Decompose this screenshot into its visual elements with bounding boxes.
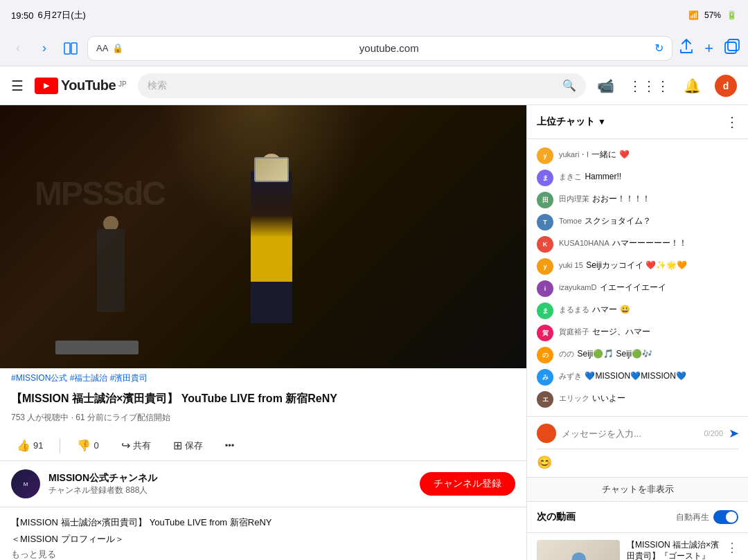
msg-text: Seijiカッコイイ ❤️✨🌟🧡 — [586, 260, 687, 270]
chat-more-button[interactable]: ⋮ — [725, 114, 739, 130]
chat-message: K KUSA10HANA ハマーーーーー！！ — [527, 233, 748, 255]
msg-text: ハマー 😀 — [592, 305, 630, 314]
chat-input-avatar — [537, 424, 556, 443]
channel-info: MISSION公式チャンネル チャンネル登録者数 888人 — [48, 472, 411, 496]
next-video-item-1[interactable]: 👤 5:42 【MISSION 福士誠治×濱田貴司】『ゴースト』Music Vi… — [527, 533, 748, 560]
search-placeholder: 検索 — [148, 80, 557, 92]
emoji-button[interactable]: 😊 — [537, 455, 552, 470]
chat-messages: y yukari・l 一緒に ❤️ ま まきこ Hammer!! 田 田内理茉 … — [527, 139, 748, 416]
msg-username: izayukamD — [559, 283, 596, 291]
chat-message-input[interactable] — [562, 428, 698, 439]
account-avatar[interactable]: d — [715, 75, 737, 97]
msg-text: Hammer!! — [585, 172, 621, 181]
time: 19:50 — [11, 10, 34, 21]
video-background: MPSSdC — [0, 105, 526, 368]
notifications-button[interactable]: 🔔 — [684, 78, 701, 94]
msg-avatar: y — [537, 147, 553, 164]
yt-logo: YouTube JP — [35, 78, 127, 94]
channel-avatar[interactable]: M — [11, 469, 40, 498]
msg-content: エリック いいよー — [559, 391, 739, 404]
font-size-indicator: AA — [96, 43, 108, 53]
action-divider — [60, 439, 60, 453]
camera-button[interactable]: 📹 — [597, 78, 614, 94]
msg-content: KUSA10HANA ハマーーーーー！！ — [559, 236, 739, 249]
msg-username: まるまる — [559, 305, 589, 314]
status-bar: 19:50 6月27日(土) 📶 57% 🔋 — [0, 0, 748, 30]
msg-username: 賀庭裕子 — [559, 327, 589, 336]
chat-emoji-row: 😊 — [537, 455, 739, 470]
more-button[interactable]: ••• — [220, 437, 240, 453]
save-button[interactable]: ⊞ 保存 — [168, 436, 208, 455]
url-bar[interactable]: AA 🔒 youtube.com ↻ — [87, 36, 673, 61]
yt-logo-text: YouTube — [61, 78, 116, 93]
header-icons: 📹 ⋮⋮⋮ 🔔 d — [597, 75, 737, 97]
msg-content: まきこ Hammer!! — [559, 170, 739, 183]
msg-content: izayukamD イエーイイエーイ — [559, 280, 739, 293]
stage-bg-text: MPSSdC — [35, 174, 165, 213]
subscribe-button[interactable]: チャンネル登録 — [420, 472, 515, 496]
msg-avatar: T — [537, 214, 553, 231]
msg-avatar: の — [537, 347, 553, 363]
video-meta: 753 人が視聴中 · 61 分前にライブ配信開始 — [0, 412, 526, 431]
right-panel: 上位チャット ▼ ⋮ y yukari・l 一緒に ❤️ ま まきこ Hamme… — [526, 105, 748, 560]
chat-message: 田 田内理茉 おおー！！！！ — [527, 189, 748, 211]
autoplay-toggle[interactable] — [713, 510, 738, 524]
share-icon: ↪ — [121, 439, 130, 452]
dislike-button[interactable]: 👎 0 — [71, 436, 104, 455]
video-title: 【MISSION 福士誠治×濱田貴司】 YouTube LIVE from 新宿… — [0, 388, 526, 412]
msg-username: のの — [559, 350, 574, 358]
search-bar[interactable]: 検索 🔍 — [138, 73, 586, 98]
msg-text: ハマーーーーー！！ — [612, 238, 687, 248]
chat-message: 賀 賀庭裕子 セージ、ハマー — [527, 322, 748, 344]
lock-icon: 🔒 — [112, 43, 123, 53]
hashtags: #MISSION公式 #福士誠治 #濱田貴司 — [11, 373, 148, 383]
live-chat: 上位チャット ▼ ⋮ y yukari・l 一緒に ❤️ ま まきこ Hamme… — [527, 105, 748, 501]
main-content: MPSSdC #MISSION公式 #福士誠治 #濱田貴司 — [0, 105, 748, 560]
main-performer — [230, 154, 313, 347]
reader-button[interactable] — [61, 39, 80, 58]
back-button[interactable]: ‹ — [8, 39, 28, 58]
msg-avatar: K — [537, 236, 553, 253]
next-thumb-1: 👤 5:42 — [537, 540, 620, 560]
msg-avatar: ま — [537, 302, 553, 319]
new-tab-button[interactable]: + — [704, 39, 713, 57]
chat-message: の のの Seiji🟢🎵 Seiji🟢🎶 — [527, 344, 748, 366]
chat-message: y yukari・l 一緒に ❤️ — [527, 145, 748, 167]
chat-message: ま まきこ Hammer!! — [527, 167, 748, 189]
battery: 57% — [704, 10, 721, 20]
chat-message: エ エリック いいよー — [527, 388, 748, 410]
chat-message: i izayukamD イエーイイエーイ — [527, 278, 748, 300]
send-button[interactable]: ➤ — [729, 426, 739, 441]
hashtag-area: #MISSION公式 #福士誠治 #濱田貴司 — [0, 368, 526, 388]
msg-avatar: 賀 — [537, 325, 553, 341]
svg-rect-2 — [725, 42, 736, 53]
msg-content: Tomoe スクショタイム？ — [559, 214, 739, 227]
msg-content: yukari・l 一緒に ❤️ — [559, 147, 739, 161]
tabs-button[interactable] — [724, 39, 740, 57]
description-line1: 【MISSION 福士誠治×濱田貴司】 YouTube LIVE from 新宿… — [11, 516, 515, 530]
description-more[interactable]: もっと見る — [11, 548, 515, 560]
next-more-button-1[interactable]: ⋮ — [726, 540, 738, 555]
msg-username: yuki 15 — [559, 261, 583, 269]
next-videos-title: 次の動画 — [537, 511, 576, 523]
forward-button[interactable]: › — [35, 39, 54, 58]
chat-title: 上位チャット ▼ — [537, 116, 606, 128]
menu-button[interactable]: ☰ — [11, 78, 24, 94]
reload-button[interactable]: ↻ — [654, 42, 664, 55]
video-player[interactable]: MPSSdC — [0, 105, 526, 368]
msg-username: みずき — [559, 372, 582, 380]
next-videos-header: 次の動画 自動再生 — [527, 502, 748, 533]
apps-button[interactable]: ⋮⋮⋮ — [628, 78, 670, 94]
like-button[interactable]: 👍 91 — [11, 436, 48, 455]
msg-text: 一緒に ❤️ — [591, 150, 629, 159]
msg-avatar: i — [537, 280, 553, 297]
msg-content: yuki 15 Seijiカッコイイ ❤️✨🌟🧡 — [559, 258, 739, 271]
msg-avatar: エ — [537, 391, 553, 408]
hide-chat-button[interactable]: チャットを非表示 — [527, 477, 748, 501]
yt-logo-icon — [35, 78, 58, 94]
share-video-button[interactable]: ↪ 共有 — [116, 436, 157, 455]
video-area: MPSSdC #MISSION公式 #福士誠治 #濱田貴司 — [0, 105, 526, 560]
date: 6月27日(土) — [38, 9, 86, 21]
msg-content: まるまる ハマー 😀 — [559, 302, 739, 316]
share-button[interactable] — [679, 39, 693, 57]
